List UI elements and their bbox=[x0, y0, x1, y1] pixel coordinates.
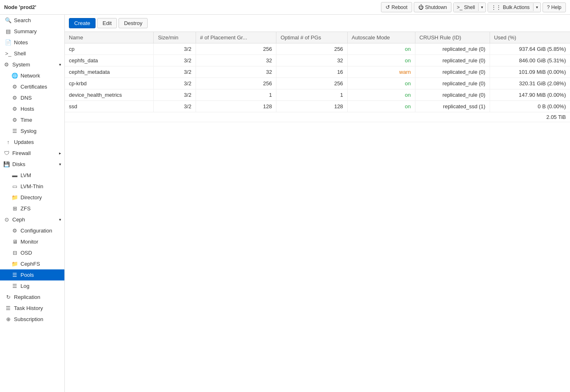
subscription-icon: ⊕ bbox=[5, 316, 11, 322]
sidebar-item-shell[interactable]: >_ Shell bbox=[0, 48, 64, 59]
reboot-button[interactable]: ↺ Reboot bbox=[381, 2, 412, 12]
sidebar-item-system[interactable]: ⚙ System ▾ bbox=[0, 59, 64, 70]
create-button[interactable]: Create bbox=[69, 18, 96, 28]
sidebar-item-time[interactable]: ⚙ Time bbox=[0, 114, 64, 125]
sidebar-item-task-history[interactable]: ☰ Task History bbox=[0, 303, 64, 314]
cell-name: cp-krbd bbox=[65, 78, 154, 89]
syslog-icon: ☰ bbox=[11, 128, 18, 134]
col-name: Name bbox=[65, 32, 154, 43]
shell-dropdown-arrow[interactable]: ▾ bbox=[478, 3, 486, 11]
cell-used: 846.00 GiB (5.31%) bbox=[490, 55, 570, 66]
sidebar-item-pools[interactable]: ☰ Pools bbox=[0, 269, 64, 280]
sidebar-item-replication[interactable]: ↻ Replication bbox=[0, 292, 64, 303]
cell-size-min: 3/2 bbox=[154, 101, 196, 112]
time-icon: ⚙ bbox=[11, 117, 18, 123]
cell-size-min: 3/2 bbox=[154, 78, 196, 89]
cell-placement-groups: 32 bbox=[196, 66, 276, 78]
sidebar-item-network[interactable]: 🌐 Network bbox=[0, 70, 64, 81]
pools-table: Name Size/min # of Placement Gr... Optim… bbox=[65, 32, 570, 122]
cell-autoscale: warn bbox=[347, 66, 415, 78]
content-toolbar: Create Edit Destroy bbox=[65, 15, 570, 32]
network-icon: 🌐 bbox=[11, 73, 18, 79]
cell-optimal-pgs: 256 bbox=[276, 78, 347, 89]
table-row[interactable]: cephfs_data 3/2 32 32 on replicated_rule… bbox=[65, 55, 570, 66]
cell-name: cephfs_metadata bbox=[65, 66, 154, 78]
help-button[interactable]: ? Help bbox=[543, 2, 566, 12]
total-row: 2.05 TiB bbox=[65, 112, 570, 122]
shutdown-button[interactable]: ⏻ Shutdown bbox=[414, 2, 451, 12]
cell-placement-groups: 1 bbox=[196, 89, 276, 101]
cell-crush-rule: replicated_rule (0) bbox=[415, 89, 490, 101]
cell-name: device_health_metrics bbox=[65, 89, 154, 101]
shell-icon: >_ bbox=[457, 5, 463, 10]
topbar: Node 'prod2' ↺ Reboot ⏻ Shutdown >_ Shel… bbox=[0, 0, 570, 15]
table-row[interactable]: cp-krbd 3/2 256 256 on replicated_rule (… bbox=[65, 78, 570, 89]
sidebar-item-zfs[interactable]: ⊞ ZFS bbox=[0, 203, 64, 214]
edit-button[interactable]: Edit bbox=[97, 18, 117, 28]
cell-crush-rule: replicated_rule (0) bbox=[415, 55, 490, 66]
lvm-icon: ▬ bbox=[11, 172, 18, 178]
sidebar-item-summary[interactable]: ▤ Summary bbox=[0, 26, 64, 37]
sidebar-item-lvm[interactable]: ▬ LVM bbox=[0, 170, 64, 181]
sidebar-item-cephfs[interactable]: 📁 CephFS bbox=[0, 258, 64, 269]
shell-split-button[interactable]: >_ Shell ▾ bbox=[453, 2, 486, 12]
monitor-icon: 🖥 bbox=[11, 239, 18, 245]
cell-autoscale: on bbox=[347, 101, 415, 112]
sidebar-item-configuration[interactable]: ⚙ Configuration bbox=[0, 225, 64, 236]
cell-autoscale: on bbox=[347, 89, 415, 101]
sidebar-item-updates[interactable]: ↑ Updates bbox=[0, 137, 64, 148]
cell-size-min: 3/2 bbox=[154, 66, 196, 78]
bulk-actions-split-button[interactable]: ⋮⋮ Bulk Actions ▾ bbox=[488, 2, 540, 12]
sidebar-item-hosts[interactable]: ⚙ Hosts bbox=[0, 103, 64, 114]
sidebar-item-directory[interactable]: 📁 Directory bbox=[0, 192, 64, 203]
cell-autoscale: on bbox=[347, 43, 415, 55]
system-icon: ⚙ bbox=[3, 62, 10, 68]
cell-placement-groups: 256 bbox=[196, 43, 276, 55]
notes-icon: 📄 bbox=[5, 39, 11, 46]
sidebar-item-log[interactable]: ☰ Log bbox=[0, 280, 64, 292]
zfs-icon: ⊞ bbox=[11, 205, 18, 212]
sidebar-item-syslog[interactable]: ☰ Syslog bbox=[0, 125, 64, 137]
sidebar-item-subscription[interactable]: ⊕ Subscription bbox=[0, 314, 64, 325]
cell-name: ssd bbox=[65, 101, 154, 112]
dns-icon: ⚙ bbox=[11, 95, 18, 101]
help-icon: ? bbox=[547, 5, 550, 10]
task-history-icon: ☰ bbox=[5, 305, 11, 311]
node-title: Node 'prod2' bbox=[4, 4, 36, 10]
destroy-button[interactable]: Destroy bbox=[119, 18, 148, 28]
sidebar-item-firewall[interactable]: 🛡 Firewall ▸ bbox=[0, 148, 64, 159]
pools-icon: ☰ bbox=[11, 272, 18, 278]
cell-autoscale: on bbox=[347, 78, 415, 89]
sidebar-item-certificates[interactable]: ⚙ Certificates bbox=[0, 81, 64, 92]
sidebar-item-ceph[interactable]: ⊙ Ceph ▾ bbox=[0, 214, 64, 225]
pools-table-container: Name Size/min # of Placement Gr... Optim… bbox=[65, 32, 570, 122]
sidebar-item-lvm-thin[interactable]: ▭ LVM-Thin bbox=[0, 181, 64, 192]
disks-icon: 💾 bbox=[3, 161, 10, 167]
cell-placement-groups: 128 bbox=[196, 101, 276, 112]
sidebar-item-search[interactable]: 🔍 Search bbox=[0, 15, 64, 26]
col-size-min: Size/min bbox=[154, 32, 196, 43]
table-row[interactable]: cephfs_metadata 3/2 32 16 warn replicate… bbox=[65, 66, 570, 78]
total-value: 2.05 TiB bbox=[65, 112, 570, 122]
col-optimal-pgs: Optimal # of PGs bbox=[276, 32, 347, 43]
sidebar-item-notes[interactable]: 📄 Notes bbox=[0, 37, 64, 48]
cell-name: cephfs_data bbox=[65, 55, 154, 66]
topbar-actions: ↺ Reboot ⏻ Shutdown >_ Shell ▾ ⋮⋮ Bulk A… bbox=[381, 2, 566, 12]
bulk-actions-dropdown-arrow[interactable]: ▾ bbox=[533, 3, 540, 11]
hosts-icon: ⚙ bbox=[11, 106, 18, 112]
sidebar-item-monitor[interactable]: 🖥 Monitor bbox=[0, 236, 64, 247]
system-collapse-icon: ▾ bbox=[59, 62, 61, 67]
search-icon: 🔍 bbox=[5, 17, 11, 23]
sidebar-item-disks[interactable]: 💾 Disks ▾ bbox=[0, 159, 64, 170]
ceph-icon: ⊙ bbox=[3, 217, 10, 223]
sidebar-item-osd[interactable]: ⊟ OSD bbox=[0, 247, 64, 258]
main-content: Create Edit Destroy Name Size/min # of P… bbox=[65, 15, 570, 392]
log-icon: ☰ bbox=[11, 283, 18, 289]
table-row[interactable]: device_health_metrics 3/2 1 1 on replica… bbox=[65, 89, 570, 101]
bulk-actions-icon: ⋮⋮ bbox=[491, 5, 501, 10]
table-row[interactable]: cp 3/2 256 256 on replicated_rule (0) 93… bbox=[65, 43, 570, 55]
table-row[interactable]: ssd 3/2 128 128 on replicated_ssd (1) 0 … bbox=[65, 101, 570, 112]
sidebar-item-dns[interactable]: ⚙ DNS bbox=[0, 92, 64, 103]
disks-collapse-icon: ▾ bbox=[59, 162, 61, 166]
cell-crush-rule: replicated_ssd (1) bbox=[415, 101, 490, 112]
